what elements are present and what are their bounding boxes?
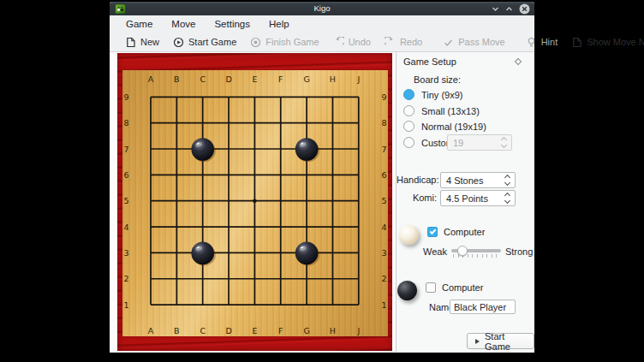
svg-text:J: J xyxy=(356,326,360,335)
radio-indicator[interactable] xyxy=(403,137,414,148)
svg-text:D: D xyxy=(225,326,231,335)
svg-text:4: 4 xyxy=(123,223,128,232)
svg-text:F: F xyxy=(278,326,283,335)
board-grid: AABBCCDDEEFFGGHHJJ998877665544332211 xyxy=(122,70,388,336)
black-computer-row[interactable]: Computer xyxy=(426,282,483,293)
undo-arrow-icon xyxy=(333,37,344,48)
svg-text:A: A xyxy=(148,74,154,84)
move-numbers-icon xyxy=(571,37,582,48)
svg-text:1: 1 xyxy=(381,300,386,310)
svg-text:9: 9 xyxy=(123,92,128,102)
handicap-spinbox[interactable]: 4 Stones xyxy=(440,172,516,188)
radio-indicator[interactable] xyxy=(403,121,414,132)
radio-tiny-9x9[interactable]: Tiny (9x9) xyxy=(403,89,463,100)
titlebar[interactable]: Kigo xyxy=(110,2,534,15)
stop-circle-icon xyxy=(250,37,261,48)
main-content: AABBCCDDEEFFGGHHJJ998877665544332211 Gam… xyxy=(110,52,534,352)
svg-text:D: D xyxy=(225,74,231,84)
svg-text:A: A xyxy=(148,326,154,335)
redo-button[interactable]: Redo xyxy=(378,35,429,50)
checkmark-icon xyxy=(443,37,454,48)
go-board[interactable]: AABBCCDDEEFFGGHHJJ998877665544332211 xyxy=(117,53,392,351)
svg-text:7: 7 xyxy=(381,145,386,154)
hint-button[interactable]: Hint xyxy=(519,35,565,50)
menu-game[interactable]: Game xyxy=(116,17,162,31)
svg-text:2: 2 xyxy=(381,274,386,283)
pass-move-button[interactable]: Pass Move xyxy=(436,35,511,50)
strong-label: Strong xyxy=(505,246,533,257)
play-icon xyxy=(475,339,480,344)
svg-text:E: E xyxy=(252,74,257,84)
strength-slider[interactable] xyxy=(451,246,501,258)
svg-text:E: E xyxy=(252,326,257,335)
radio-indicator[interactable] xyxy=(403,105,414,116)
custom-size-spinbox[interactable]: 19 xyxy=(447,134,512,151)
svg-text:C: C xyxy=(200,326,206,335)
svg-text:5: 5 xyxy=(381,196,386,205)
svg-text:8: 8 xyxy=(123,118,128,128)
svg-text:H: H xyxy=(330,74,336,84)
finish-game-button[interactable]: Finish Game xyxy=(243,35,325,50)
spinbox-arrows[interactable] xyxy=(503,192,515,205)
svg-text:6: 6 xyxy=(123,170,128,180)
menubar: Game Move Settings Help xyxy=(110,15,534,33)
komi-spinbox[interactable]: 4.5 Points xyxy=(440,190,516,206)
black-computer-checkbox[interactable] xyxy=(426,282,436,293)
menu-settings[interactable]: Settings xyxy=(205,17,259,31)
radio-indicator[interactable] xyxy=(403,89,414,100)
radio-normal-19x19[interactable]: Normal (19x19) xyxy=(403,121,486,132)
svg-text:7: 7 xyxy=(123,145,128,154)
lightbulb-icon xyxy=(526,37,537,48)
black-player-name-input[interactable] xyxy=(450,300,516,314)
white-computer-checkbox[interactable] xyxy=(427,227,438,237)
screen: Kigo Game Move Settings xyxy=(0,0,644,362)
redo-arrow-icon xyxy=(385,37,396,48)
svg-text:H: H xyxy=(330,326,336,335)
svg-text:3: 3 xyxy=(123,248,128,258)
svg-text:J: J xyxy=(356,74,360,84)
menu-help[interactable]: Help xyxy=(259,17,299,31)
black-stone-image xyxy=(397,281,417,300)
new-button[interactable]: New xyxy=(118,35,166,50)
white-stone-image xyxy=(399,225,419,245)
white-computer-row[interactable]: Computer xyxy=(427,227,485,237)
svg-text:F: F xyxy=(278,74,283,84)
start-game-button[interactable]: Start Game xyxy=(166,35,243,50)
play-circle-icon xyxy=(173,37,184,48)
svg-text:1: 1 xyxy=(123,300,128,310)
board-size-label: Board size: xyxy=(414,74,461,85)
menu-move[interactable]: Move xyxy=(162,17,205,31)
svg-text:2: 2 xyxy=(123,274,128,283)
toolbar: New Start Game Finish Game Undo xyxy=(110,33,534,52)
show-move-numbers-button[interactable]: Show Move Numbers xyxy=(564,35,644,50)
handicap-label: Handicap: xyxy=(397,175,437,185)
svg-text:B: B xyxy=(174,74,180,84)
spinbox-arrows[interactable] xyxy=(503,174,515,187)
weak-label: Weak xyxy=(423,246,447,257)
board-wood-surface: AABBCCDDEEFFGGHHJJ998877665544332211 xyxy=(122,70,388,336)
strength-slider-handle[interactable] xyxy=(457,246,468,256)
strength-slider-row: Weak Strong xyxy=(423,246,533,258)
undo-button[interactable]: Undo xyxy=(326,35,378,50)
document-new-icon xyxy=(125,37,136,48)
svg-text:G: G xyxy=(303,326,309,335)
svg-text:B: B xyxy=(174,326,180,335)
kigo-window: Kigo Game Move Settings xyxy=(110,2,534,353)
svg-text:9: 9 xyxy=(381,92,386,102)
close-button[interactable] xyxy=(519,3,530,15)
radio-small-13x13[interactable]: Small (13x13) xyxy=(403,105,480,116)
minimize-button[interactable] xyxy=(492,5,499,13)
maximize-button[interactable] xyxy=(505,5,513,13)
svg-text:6: 6 xyxy=(381,170,386,180)
window-title: Kigo xyxy=(110,2,534,15)
svg-text:3: 3 xyxy=(381,248,386,258)
spinbox-arrows[interactable] xyxy=(499,136,511,149)
svg-text:8: 8 xyxy=(381,118,386,128)
svg-text:4: 4 xyxy=(381,223,386,232)
svg-text:G: G xyxy=(303,74,309,84)
game-setup-panel: Game Setup Board size: Tiny (9x9) Small … xyxy=(396,52,534,352)
dock-float-icon[interactable] xyxy=(515,58,522,65)
svg-text:5: 5 xyxy=(123,196,128,205)
start-game-panel-button[interactable]: Start Game xyxy=(467,333,534,349)
panel-title: Game Setup xyxy=(403,56,456,67)
